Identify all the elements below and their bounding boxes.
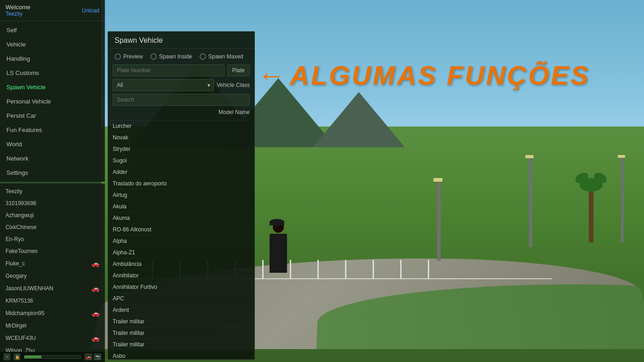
vehicle-class-select[interactable]: All <box>113 79 214 91</box>
player-item[interactable]: 3101993698 <box>0 197 105 209</box>
player-item[interactable]: JasonLIUWENHAN🚗 <box>0 282 105 295</box>
vehicle-list-item[interactable]: Ambulância <box>108 259 254 270</box>
nav-item-settings[interactable]: Settings <box>0 166 105 180</box>
nav-item-vehicle[interactable]: Vehicle <box>0 37 105 52</box>
preview-dot <box>115 53 121 60</box>
toggle-row: Preview Spawn Inside Spawn Maxed <box>113 52 250 61</box>
vehicle-list-item[interactable]: Sugoi <box>108 155 254 167</box>
class-select-wrapper: All ▼ <box>113 79 214 91</box>
status-bar: N 🔒 🚗 📷 <box>0 352 105 362</box>
player-item[interactable]: Azhangwuji <box>0 209 105 221</box>
welcome-bar: Welcome Teeziiy Unload <box>0 0 105 21</box>
vehicle-list-item[interactable]: Akula <box>108 201 254 213</box>
vehicle-list-item[interactable]: APC <box>108 293 254 305</box>
vehicle-list-item[interactable]: Trailer militar <box>108 339 254 351</box>
player-item[interactable]: KRM75136 <box>0 295 105 307</box>
nav-item-spawn-vehicle[interactable]: Spawn Vehicle <box>0 80 105 94</box>
mountain-3 <box>313 92 405 147</box>
nav-item-fun-features[interactable]: Fun Features <box>0 123 105 137</box>
vehicle-list-item[interactable]: Adder <box>108 167 254 178</box>
vehicle-list-item[interactable]: RO-86 Alkonost <box>108 224 254 236</box>
player-item[interactable]: Teeziiy <box>0 185 105 197</box>
vehicle-icon: 🚗 <box>92 334 99 342</box>
vehicle-icon: 🚗 <box>92 310 99 317</box>
preview-label: Preview <box>123 53 143 60</box>
light-pole-2 <box>529 155 532 247</box>
spawn-panel-title: Spawn Vehicle <box>108 32 254 49</box>
track-line <box>316 284 644 349</box>
spawn-controls: Preview Spawn Inside Spawn Maxed Plate A… <box>108 49 254 120</box>
player-item[interactable]: Geogary <box>0 270 105 282</box>
status-lock: 🔒 <box>14 354 20 360</box>
nav-item-self[interactable]: Self <box>0 23 105 37</box>
vehicle-list-item[interactable]: Trailer militar <box>108 316 254 328</box>
filter-row: All ▼ Vehicle Class <box>113 79 250 91</box>
welcome-label: Welcome <box>6 4 30 11</box>
vehicle-list-item[interactable]: Ardent <box>108 305 254 316</box>
nav-panel: Self Vehicle Handling LS Customs Spawn V… <box>0 21 105 182</box>
vehicle-list-item[interactable]: Akuma <box>108 213 254 224</box>
vehicle-list-item[interactable]: Traslado do aeroporto <box>108 178 254 190</box>
spawn-panel: Spawn Vehicle Preview Spawn Inside Spawn… <box>108 31 255 360</box>
plate-row: Plate <box>113 64 250 76</box>
char-legs <box>270 259 287 273</box>
char-body <box>270 234 287 259</box>
vehicle-icon: 🚗 <box>92 260 99 267</box>
vehicle-list-item[interactable]: Trailer militar <box>108 328 254 339</box>
player-item[interactable]: FakeTourneo <box>0 245 105 257</box>
arrow-icon: ← <box>258 62 285 89</box>
vehicle-list-item[interactable]: Alpha-Z1 <box>108 247 254 259</box>
player-item[interactable]: En-Ryo <box>0 233 105 245</box>
light-pole-1 <box>437 178 441 261</box>
spawn-maxed-label: Spawn Maxed <box>208 53 243 60</box>
nav-item-network[interactable]: Network <box>0 151 105 166</box>
vehicle-list-item[interactable]: Novak <box>108 132 254 144</box>
model-name-label: Model Name <box>113 108 250 116</box>
player-item[interactable]: WCEUF43U🚗 <box>0 332 105 345</box>
vehicle-list-item[interactable]: Alpha <box>108 236 254 247</box>
player-item[interactable]: MrDirgel <box>0 320 105 332</box>
vehicle-icon: 🚗 <box>92 285 99 292</box>
overlay-annotation: ← ALGUMAS FUNÇÕES <box>258 60 590 91</box>
vehicle-class-label: Vehicle Class <box>217 82 250 88</box>
player-item[interactable]: ClxkChinese <box>0 221 105 233</box>
spawn-inside-toggle[interactable]: Spawn Inside <box>149 52 194 61</box>
nav-item-handling[interactable]: Handling <box>0 52 105 66</box>
nav-item-persist-car[interactable]: Persist Car <box>0 109 105 123</box>
status-icons: 🚗 📷 <box>85 354 101 360</box>
vehicle-list-item[interactable]: Airtug <box>108 190 254 201</box>
char-hat <box>270 219 284 225</box>
vehicle-list-item[interactable]: Lurcher <box>108 121 254 132</box>
nav-item-ls-customs[interactable]: LS Customs <box>0 66 105 80</box>
current-username: Teeziiy <box>6 11 30 17</box>
vehicle-list-item[interactable]: Annihilator Furtivo <box>108 282 254 293</box>
vehicle-list-item[interactable]: Stryder <box>108 144 254 155</box>
plate-input[interactable] <box>113 64 224 76</box>
character <box>267 222 290 272</box>
vehicle-list[interactable]: LurcherNovakStryderSugoiAdderTraslado do… <box>108 120 254 359</box>
status-bar-fill <box>24 355 81 359</box>
nav-item-world[interactable]: World <box>0 137 105 151</box>
overlay-title: ALGUMAS FUNÇÕES <box>290 60 590 91</box>
light-pole-3 <box>621 155 624 242</box>
players-panel: Teeziiy3101993698AzhangwujiClxkChineseEn… <box>0 184 105 358</box>
preview-toggle[interactable]: Preview <box>113 52 145 61</box>
vehicle-list-item[interactable]: Annihilator <box>108 270 254 282</box>
spawn-inside-label: Spawn Inside <box>159 53 192 60</box>
search-input[interactable] <box>113 94 250 106</box>
spawn-inside-dot <box>150 53 157 60</box>
unload-button[interactable]: Unload <box>82 7 99 14</box>
palm-tree-1 <box>589 187 593 242</box>
spawn-maxed-toggle[interactable]: Spawn Maxed <box>198 52 245 61</box>
welcome-section: Welcome Teeziiy <box>6 4 30 17</box>
vehicle-list-item[interactable]: Asbo <box>108 351 254 359</box>
player-item[interactable]: Fluke_c🚗 <box>0 257 105 270</box>
status-indicator: N <box>4 354 10 360</box>
spawn-maxed-dot <box>200 53 206 60</box>
nav-item-personal-vehicle[interactable]: Personal Vehicle <box>0 94 105 109</box>
plate-button[interactable]: Plate <box>227 64 250 76</box>
player-item[interactable]: Midchampion95🚗 <box>0 307 105 320</box>
left-panel: Welcome Teeziiy Unload Self Vehicle Hand… <box>0 0 105 362</box>
